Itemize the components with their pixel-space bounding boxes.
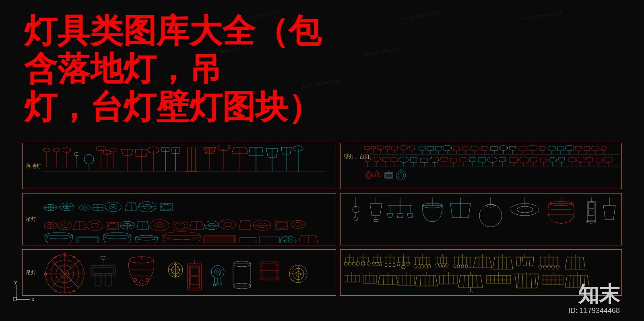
svg-point-59: [419, 146, 426, 151]
row1-right: 壁灯、台灯: [340, 143, 622, 189]
svg-point-128: [487, 157, 497, 163]
svg-point-116: [430, 157, 439, 163]
svg-point-428: [465, 265, 468, 268]
svg-point-178: [83, 206, 87, 209]
svg-rect-190: [160, 204, 172, 211]
cad-wall-lamp-content: [363, 145, 619, 187]
svg-marker-73: [481, 146, 487, 150]
svg-point-422: [454, 265, 456, 268]
svg-marker-374: [372, 263, 376, 266]
svg-rect-45: [365, 146, 369, 150]
svg-line-525: [518, 274, 519, 288]
svg-point-426: [461, 265, 464, 268]
svg-point-311: [146, 278, 149, 282]
svg-marker-130: [499, 158, 506, 162]
svg-point-83: [528, 145, 537, 151]
svg-point-8: [84, 154, 94, 164]
svg-point-166: [398, 173, 404, 178]
svg-marker-283: [603, 206, 615, 220]
svg-marker-63: [435, 146, 442, 151]
row1-left: 落地灯: [22, 143, 336, 189]
svg-line-529: [535, 274, 536, 288]
svg-marker-358: [344, 263, 347, 265]
svg-rect-238: [259, 237, 279, 243]
svg-point-158: [375, 172, 379, 176]
svg-rect-301: [93, 268, 113, 274]
svg-marker-455: [551, 266, 555, 269]
svg-point-220: [224, 222, 232, 227]
svg-rect-300: [91, 266, 115, 276]
svg-marker-79: [509, 146, 516, 150]
svg-marker-258: [397, 214, 403, 218]
svg-marker-106: [382, 157, 388, 161]
svg-point-182: [105, 202, 121, 212]
svg-rect-304: [95, 274, 101, 286]
svg-point-267: [479, 204, 502, 227]
svg-marker-221: [239, 220, 251, 229]
svg-point-65: [443, 145, 452, 151]
svg-point-271: [517, 206, 533, 213]
svg-point-140: [549, 157, 557, 162]
svg-marker-31: [204, 147, 216, 153]
svg-rect-280: [588, 210, 594, 216]
svg-text:Y: Y: [14, 281, 17, 285]
svg-rect-279: [588, 203, 594, 209]
svg-point-165: [396, 171, 406, 180]
svg-rect-236: [205, 237, 235, 243]
svg-rect-132: [509, 158, 517, 163]
label-chandelier-2: 吊灯: [26, 269, 36, 276]
svg-marker-416: [442, 264, 445, 267]
svg-point-183: [109, 204, 117, 209]
svg-marker-443: [516, 257, 521, 266]
svg-marker-445: [529, 257, 534, 266]
svg-point-366: [356, 261, 359, 265]
svg-rect-231: [78, 238, 98, 243]
svg-marker-362: [352, 263, 355, 265]
svg-point-424: [457, 265, 460, 268]
svg-marker-148: [586, 158, 593, 162]
coordinate-indicator: Y X: [12, 281, 34, 305]
svg-point-97: [591, 146, 599, 151]
logo-area: 知末 ID: 1179344468: [568, 280, 620, 315]
svg-marker-250: [370, 204, 382, 216]
cad-chandelier2-content: [43, 252, 334, 293]
row2-right: [340, 193, 622, 245]
svg-point-196: [61, 224, 68, 228]
svg-point-199: [87, 221, 103, 230]
svg-text:X: X: [31, 297, 34, 302]
svg-point-202: [108, 223, 117, 229]
svg-point-328: [211, 265, 224, 278]
svg-point-134: [518, 157, 529, 163]
svg-rect-108: [391, 158, 397, 162]
watermark-4: www.znzmo.com: [523, 9, 563, 22]
svg-point-228: [295, 222, 302, 226]
svg-point-7: [74, 152, 79, 156]
svg-point-177: [79, 205, 91, 210]
svg-point-104: [373, 157, 381, 162]
svg-rect-305: [105, 274, 111, 286]
svg-rect-342: [262, 264, 276, 278]
cad-chandelier1-right-svg: [344, 195, 619, 243]
svg-marker-99: [601, 147, 607, 150]
svg-line-526: [522, 274, 523, 288]
svg-rect-341: [260, 262, 278, 280]
svg-line-484: [392, 275, 393, 285]
watermark-7: www.znzmo.com: [362, 45, 402, 58]
watermark-3: www.znzmo.com: [402, 9, 442, 22]
svg-point-195: [58, 222, 72, 230]
svg-marker-457: [556, 266, 559, 269]
svg-marker-507: [458, 275, 483, 287]
svg-point-310: [134, 278, 137, 282]
svg-marker-412: [436, 264, 439, 267]
svg-point-211: [157, 224, 161, 226]
label-floor-lamp: 落地灯: [26, 163, 41, 170]
svg-point-91: [565, 145, 574, 151]
svg-marker-453: [547, 266, 551, 269]
svg-marker-492: [415, 275, 438, 286]
svg-line-496: [433, 275, 434, 286]
svg-marker-394: [407, 263, 410, 266]
svg-line-482: [383, 275, 384, 285]
cad-chandelier1-right-content: [344, 195, 619, 243]
svg-line-508: [464, 275, 464, 287]
svg-point-227: [291, 220, 305, 228]
